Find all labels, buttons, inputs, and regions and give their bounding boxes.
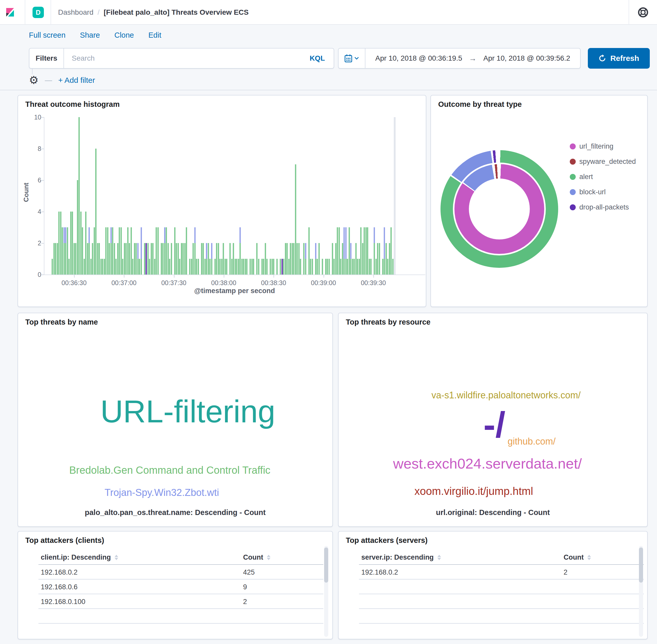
histogram-bar[interactable]: [382, 259, 383, 275]
histogram-bar[interactable]: [246, 259, 247, 275]
histogram-plot[interactable]: [44, 117, 425, 275]
histogram-bar[interactable]: [60, 212, 62, 275]
histogram-bar[interactable]: [390, 227, 392, 275]
kql-button[interactable]: KQL: [301, 54, 334, 63]
histogram-bar[interactable]: [373, 227, 375, 243]
table-row[interactable]: 192.168.0.69: [41, 582, 326, 591]
histogram-bar[interactable]: [350, 243, 352, 259]
histogram-bar[interactable]: [141, 259, 142, 275]
histogram-bar[interactable]: [164, 227, 165, 243]
histogram-bar[interactable]: [90, 259, 92, 275]
histogram-bar[interactable]: [191, 259, 192, 275]
histogram-bar[interactable]: [80, 212, 82, 275]
histogram-bar[interactable]: [218, 243, 219, 275]
histogram-bar[interactable]: [342, 243, 343, 275]
histogram-bar[interactable]: [141, 227, 142, 259]
histogram-bar[interactable]: [53, 243, 55, 275]
histogram-bar[interactable]: [176, 243, 177, 275]
histogram-bar[interactable]: [110, 243, 112, 275]
column-header-key[interactable]: client.ip: Descending: [41, 553, 243, 562]
histogram-bar[interactable]: [149, 259, 150, 275]
histogram-bar[interactable]: [389, 243, 390, 275]
tag-cloud-item[interactable]: Trojan-Spy.Win32.Zbot.wti: [5, 488, 319, 498]
histogram-bar[interactable]: [115, 259, 117, 275]
histogram-bar[interactable]: [348, 227, 350, 275]
histogram-bar[interactable]: [184, 243, 185, 275]
histogram-bar[interactable]: [107, 227, 108, 275]
histogram-bar[interactable]: [156, 227, 157, 275]
histogram-bar[interactable]: [293, 243, 294, 275]
histogram-bar[interactable]: [100, 259, 102, 275]
sort-icon[interactable]: [587, 555, 591, 560]
legend-item-url_filtering[interactable]: url_filtering: [570, 139, 636, 154]
histogram-bar[interactable]: [65, 227, 66, 243]
histogram-bar[interactable]: [126, 243, 127, 275]
histogram-bar[interactable]: [206, 243, 207, 259]
filters-label[interactable]: Filters: [29, 48, 64, 68]
histogram-bar[interactable]: [367, 227, 368, 275]
date-end[interactable]: Apr 10, 2018 @ 00:39:56.2: [483, 54, 570, 63]
histogram-bar[interactable]: [211, 259, 212, 275]
histogram-bar[interactable]: [104, 259, 105, 275]
histogram-bar[interactable]: [362, 243, 363, 275]
histogram-bar[interactable]: [392, 259, 393, 275]
histogram-bar[interactable]: [355, 243, 357, 275]
histogram-bar[interactable]: [376, 259, 377, 275]
histogram-bar[interactable]: [231, 259, 232, 275]
breadcrumb-dashboard[interactable]: Dashboard: [58, 8, 93, 17]
histogram-bar[interactable]: [350, 259, 352, 275]
histogram-bar[interactable]: [253, 259, 254, 275]
histogram-bar[interactable]: [317, 259, 318, 275]
histogram-bar[interactable]: [68, 259, 70, 275]
histogram-bar[interactable]: [203, 243, 204, 275]
histogram-bar[interactable]: [343, 227, 345, 259]
histogram-bar[interactable]: [58, 212, 60, 275]
histogram-bar[interactable]: [57, 243, 58, 275]
tag-cloud-item[interactable]: va-s1.wildfire.paloaltonetworks.com/: [352, 391, 657, 400]
histogram-bar[interactable]: [94, 227, 95, 275]
histogram-bar[interactable]: [112, 227, 113, 275]
histogram-bar[interactable]: [135, 243, 137, 275]
histogram-bar[interactable]: [196, 259, 197, 275]
histogram-bar[interactable]: [276, 259, 278, 275]
nav-link-clone[interactable]: Clone: [114, 31, 134, 40]
histogram-bar[interactable]: [137, 243, 139, 259]
histogram-bar[interactable]: [332, 243, 333, 275]
histogram-bar[interactable]: [75, 243, 76, 275]
histogram-bar[interactable]: [89, 227, 90, 243]
histogram-bar[interactable]: [240, 227, 241, 243]
histogram-bar[interactable]: [343, 259, 345, 275]
histogram-bar[interactable]: [271, 259, 273, 275]
histogram-bar[interactable]: [384, 259, 385, 275]
histogram-bar[interactable]: [198, 259, 199, 275]
histogram-bar[interactable]: [189, 259, 190, 275]
histogram-bar[interactable]: [315, 243, 316, 259]
histogram-bar[interactable]: [166, 227, 167, 275]
sort-icon[interactable]: [267, 555, 270, 560]
histogram-bar[interactable]: [72, 212, 73, 275]
histogram-bar[interactable]: [181, 243, 182, 275]
histogram-bar[interactable]: [352, 259, 353, 275]
histogram-bar[interactable]: [132, 259, 133, 275]
histogram-bar[interactable]: [167, 243, 169, 275]
histogram-bar[interactable]: [169, 259, 170, 275]
histogram-bar[interactable]: [134, 243, 135, 275]
tag-cloud-item[interactable]: west.exch024.serverdata.net/: [333, 456, 642, 471]
histogram-bar[interactable]: [384, 227, 385, 259]
date-start[interactable]: Apr 10, 2018 @ 00:36:19.5: [375, 54, 462, 63]
histogram-bar[interactable]: [280, 259, 281, 275]
date-picker[interactable]: Apr 10, 2018 @ 00:36:19.5 → Apr 10, 2018…: [338, 48, 581, 69]
help-icon[interactable]: [637, 7, 649, 18]
histogram-bar[interactable]: [333, 259, 335, 275]
histogram-bar[interactable]: [327, 259, 328, 275]
histogram-bar[interactable]: [164, 243, 165, 275]
nav-link-edit[interactable]: Edit: [149, 31, 161, 40]
histogram-bar[interactable]: [64, 243, 65, 275]
histogram-bar[interactable]: [206, 259, 207, 275]
histogram-bar[interactable]: [265, 243, 266, 275]
histogram-bar[interactable]: [152, 243, 154, 275]
histogram-bar[interactable]: [144, 243, 145, 275]
histogram-bar[interactable]: [250, 259, 251, 275]
histogram-bar[interactable]: [345, 227, 346, 259]
histogram-bar[interactable]: [157, 227, 159, 275]
